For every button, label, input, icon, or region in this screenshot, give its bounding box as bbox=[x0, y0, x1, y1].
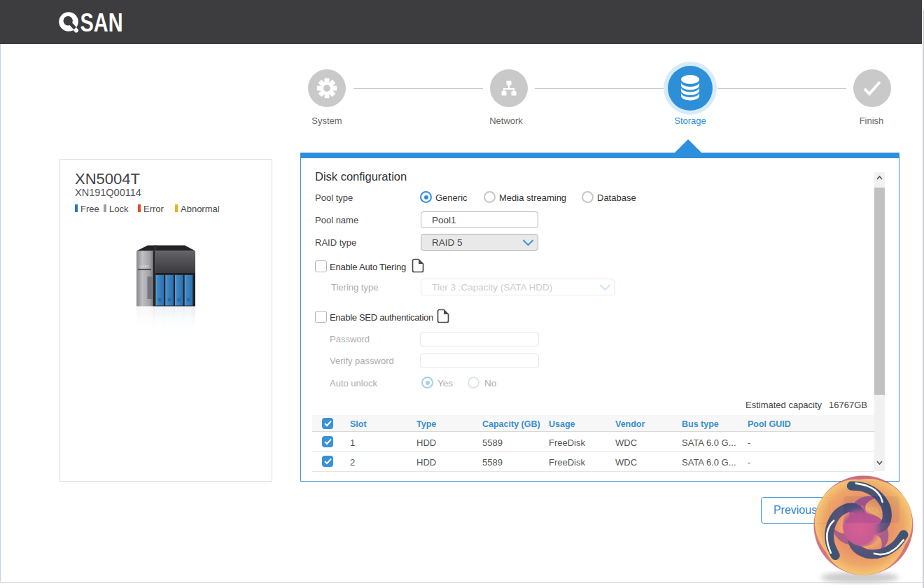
svg-text:QSAN: QSAN bbox=[140, 265, 149, 268]
svg-text:SAN: SAN bbox=[80, 11, 123, 35]
